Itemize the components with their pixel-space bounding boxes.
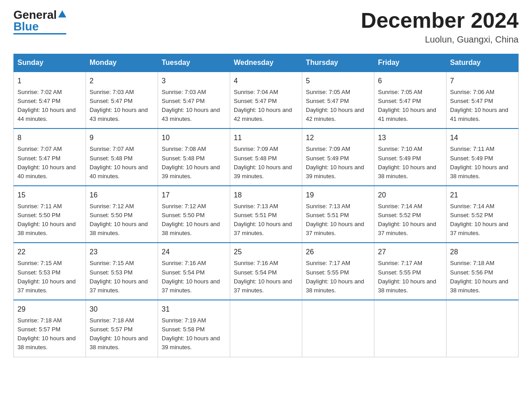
calendar-cell: 3Sunrise: 7:03 AMSunset: 5:47 PMDaylight… (158, 72, 230, 129)
calendar-cell: 4Sunrise: 7:04 AMSunset: 5:47 PMDaylight… (230, 72, 302, 129)
weekday-header-thursday: Thursday (302, 54, 374, 72)
day-number: 3 (162, 76, 226, 86)
day-number: 19 (306, 190, 370, 201)
month-title: December 2024 (361, 9, 519, 33)
day-number: 13 (378, 133, 442, 143)
day-number: 8 (17, 133, 82, 143)
calendar-cell: 12Sunrise: 7:09 AMSunset: 5:49 PMDayligh… (302, 128, 374, 186)
weekday-header-monday: Monday (86, 54, 158, 72)
calendar-table: SundayMondayTuesdayWednesdayThursdayFrid… (13, 54, 519, 357)
day-info: Sunrise: 7:18 AMSunset: 5:57 PMDaylight:… (17, 317, 76, 351)
calendar-cell: 29Sunrise: 7:18 AMSunset: 5:57 PMDayligh… (14, 300, 86, 357)
calendar-cell: 16Sunrise: 7:12 AMSunset: 5:50 PMDayligh… (86, 186, 158, 243)
calendar-cell: 6Sunrise: 7:05 AMSunset: 5:47 PMDaylight… (374, 72, 446, 129)
day-info: Sunrise: 7:05 AMSunset: 5:47 PMDaylight:… (306, 89, 364, 122)
day-number: 16 (90, 190, 154, 201)
calendar-cell: 11Sunrise: 7:09 AMSunset: 5:48 PMDayligh… (230, 128, 302, 186)
calendar-week-row: 22Sunrise: 7:15 AMSunset: 5:53 PMDayligh… (14, 243, 519, 300)
calendar-week-row: 15Sunrise: 7:11 AMSunset: 5:50 PMDayligh… (14, 186, 519, 243)
day-info: Sunrise: 7:10 AMSunset: 5:49 PMDaylight:… (378, 146, 436, 179)
day-info: Sunrise: 7:07 AMSunset: 5:48 PMDaylight:… (90, 146, 148, 179)
day-number: 29 (17, 304, 82, 315)
calendar-cell: 28Sunrise: 7:18 AMSunset: 5:56 PMDayligh… (446, 243, 519, 300)
day-number: 15 (17, 190, 82, 201)
day-number: 14 (450, 133, 515, 143)
calendar-cell: 21Sunrise: 7:14 AMSunset: 5:52 PMDayligh… (446, 186, 519, 243)
page-header: General Blue December 2024 Luolun, Guang… (13, 9, 519, 45)
day-number: 28 (450, 247, 515, 257)
day-number: 11 (234, 133, 298, 143)
calendar-cell: 22Sunrise: 7:15 AMSunset: 5:53 PMDayligh… (14, 243, 86, 300)
calendar-cell: 2Sunrise: 7:03 AMSunset: 5:47 PMDaylight… (86, 72, 158, 129)
day-info: Sunrise: 7:14 AMSunset: 5:52 PMDaylight:… (450, 203, 508, 236)
day-number: 7 (450, 76, 515, 86)
day-number: 18 (234, 190, 298, 201)
weekday-header-row: SundayMondayTuesdayWednesdayThursdayFrid… (14, 54, 519, 72)
calendar-cell: 15Sunrise: 7:11 AMSunset: 5:50 PMDayligh… (14, 186, 86, 243)
day-info: Sunrise: 7:15 AMSunset: 5:53 PMDaylight:… (90, 260, 148, 293)
calendar-cell: 26Sunrise: 7:17 AMSunset: 5:55 PMDayligh… (302, 243, 374, 300)
calendar-cell: 17Sunrise: 7:12 AMSunset: 5:50 PMDayligh… (158, 186, 230, 243)
day-number: 26 (306, 247, 370, 257)
day-info: Sunrise: 7:15 AMSunset: 5:53 PMDaylight:… (17, 260, 76, 293)
day-info: Sunrise: 7:04 AMSunset: 5:47 PMDaylight:… (234, 89, 292, 122)
calendar-cell: 5Sunrise: 7:05 AMSunset: 5:47 PMDaylight… (302, 72, 374, 129)
calendar-cell: 25Sunrise: 7:16 AMSunset: 5:54 PMDayligh… (230, 243, 302, 300)
calendar-cell: 18Sunrise: 7:13 AMSunset: 5:51 PMDayligh… (230, 186, 302, 243)
day-number: 25 (234, 247, 298, 257)
weekday-header-friday: Friday (374, 54, 446, 72)
calendar-cell: 13Sunrise: 7:10 AMSunset: 5:49 PMDayligh… (374, 128, 446, 186)
calendar-cell: 31Sunrise: 7:19 AMSunset: 5:58 PMDayligh… (158, 300, 230, 357)
day-number: 1 (17, 76, 82, 86)
day-info: Sunrise: 7:17 AMSunset: 5:55 PMDaylight:… (378, 260, 436, 293)
calendar-body: 1Sunrise: 7:02 AMSunset: 5:47 PMDaylight… (14, 72, 519, 357)
day-info: Sunrise: 7:08 AMSunset: 5:48 PMDaylight:… (162, 146, 220, 179)
calendar-week-row: 8Sunrise: 7:07 AMSunset: 5:47 PMDaylight… (14, 128, 519, 186)
calendar-cell: 14Sunrise: 7:11 AMSunset: 5:49 PMDayligh… (446, 128, 519, 186)
day-number: 17 (162, 190, 226, 201)
title-section: December 2024 Luolun, Guangxi, China (361, 9, 519, 45)
day-info: Sunrise: 7:02 AMSunset: 5:47 PMDaylight:… (17, 89, 76, 122)
day-info: Sunrise: 7:11 AMSunset: 5:50 PMDaylight:… (17, 203, 76, 236)
day-number: 4 (234, 76, 298, 86)
calendar-cell: 19Sunrise: 7:13 AMSunset: 5:51 PMDayligh… (302, 186, 374, 243)
calendar-cell: 10Sunrise: 7:08 AMSunset: 5:48 PMDayligh… (158, 128, 230, 186)
calendar-cell: 9Sunrise: 7:07 AMSunset: 5:48 PMDaylight… (86, 128, 158, 186)
weekday-header-tuesday: Tuesday (158, 54, 230, 72)
day-number: 10 (162, 133, 226, 143)
day-number: 30 (90, 304, 154, 315)
day-info: Sunrise: 7:19 AMSunset: 5:58 PMDaylight:… (162, 317, 220, 351)
logo-general-text: General (13, 9, 57, 21)
day-info: Sunrise: 7:12 AMSunset: 5:50 PMDaylight:… (90, 203, 148, 236)
day-info: Sunrise: 7:03 AMSunset: 5:47 PMDaylight:… (90, 89, 148, 122)
calendar-cell: 8Sunrise: 7:07 AMSunset: 5:47 PMDaylight… (14, 128, 86, 186)
calendar-cell: 30Sunrise: 7:18 AMSunset: 5:57 PMDayligh… (86, 300, 158, 357)
day-info: Sunrise: 7:16 AMSunset: 5:54 PMDaylight:… (162, 260, 220, 293)
calendar-cell: 7Sunrise: 7:06 AMSunset: 5:47 PMDaylight… (446, 72, 519, 129)
day-number: 20 (378, 190, 442, 201)
day-info: Sunrise: 7:03 AMSunset: 5:47 PMDaylight:… (162, 89, 220, 122)
weekday-header-sunday: Sunday (14, 54, 86, 72)
day-number: 21 (450, 190, 515, 201)
day-number: 5 (306, 76, 370, 86)
weekday-header-saturday: Saturday (446, 54, 519, 72)
calendar-cell: 23Sunrise: 7:15 AMSunset: 5:53 PMDayligh… (86, 243, 158, 300)
day-number: 6 (378, 76, 442, 86)
day-info: Sunrise: 7:07 AMSunset: 5:47 PMDaylight:… (17, 146, 76, 179)
day-number: 23 (90, 247, 154, 257)
logo: General Blue (13, 9, 66, 34)
day-info: Sunrise: 7:13 AMSunset: 5:51 PMDaylight:… (234, 203, 292, 236)
calendar-cell: 24Sunrise: 7:16 AMSunset: 5:54 PMDayligh… (158, 243, 230, 300)
day-info: Sunrise: 7:09 AMSunset: 5:49 PMDaylight:… (306, 146, 364, 179)
calendar-cell (374, 300, 446, 357)
logo-blue-text: Blue (13, 21, 66, 34)
day-info: Sunrise: 7:11 AMSunset: 5:49 PMDaylight:… (450, 146, 508, 179)
day-number: 2 (90, 76, 154, 86)
calendar-week-row: 1Sunrise: 7:02 AMSunset: 5:47 PMDaylight… (14, 72, 519, 129)
day-info: Sunrise: 7:18 AMSunset: 5:57 PMDaylight:… (90, 317, 148, 351)
day-number: 27 (378, 247, 442, 257)
location-subtitle: Luolun, Guangxi, China (361, 34, 519, 45)
day-info: Sunrise: 7:06 AMSunset: 5:47 PMDaylight:… (450, 89, 508, 122)
day-number: 31 (162, 304, 226, 315)
day-info: Sunrise: 7:12 AMSunset: 5:50 PMDaylight:… (162, 203, 220, 236)
